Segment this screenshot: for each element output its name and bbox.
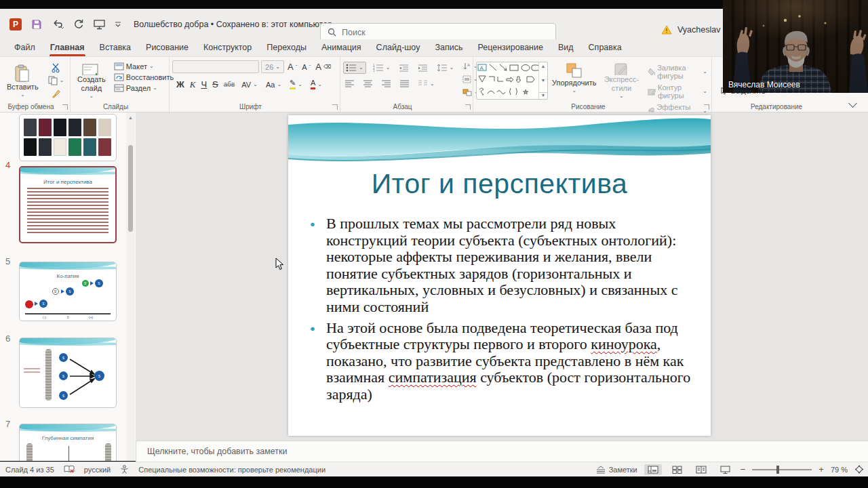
thumbnail-slide-5[interactable]: Ко-патия S' S S' S S (-) 0 (+) [19, 262, 117, 321]
notes-toggle-button[interactable]: Заметки [596, 466, 637, 474]
format-painter-icon[interactable] [47, 89, 66, 98]
zoom-slider[interactable] [752, 469, 812, 470]
normal-view-button[interactable] [644, 464, 662, 475]
copy-button[interactable]: ⌄ [47, 75, 66, 86]
decrease-indent-icon[interactable] [397, 62, 411, 73]
thumbnail-slide-6[interactable]: S S S S [19, 338, 117, 408]
clipboard-dialog-launcher-icon[interactable] [62, 104, 68, 110]
tab-transitions[interactable]: Переходы [259, 39, 314, 56]
tab-view[interactable]: Вид [551, 39, 581, 56]
numbering-button[interactable]: 123 ⌄ [371, 62, 393, 73]
spellcheck-icon[interactable] [64, 465, 75, 474]
zoom-out-button[interactable]: − [741, 464, 746, 474]
italic-button[interactable]: К [190, 79, 196, 90]
language-indicator[interactable]: русский [84, 466, 111, 474]
highlight-color-button[interactable]: ✎⌄ [288, 79, 304, 90]
quick-styles-button[interactable]: Экспресс-стили ⌄ [600, 60, 642, 101]
scale-ruler-right [105, 443, 111, 461]
accessibility-status[interactable]: Специальные возможности: проверьте реком… [138, 466, 326, 474]
save-icon[interactable] [31, 19, 42, 30]
thumbnail-number-6: 6 [5, 333, 10, 344]
slide-sorter-view-button[interactable] [669, 464, 686, 475]
align-right-icon[interactable] [380, 79, 393, 89]
zoom-in-button[interactable]: + [818, 464, 824, 474]
bold-button[interactable]: Ж [176, 79, 184, 89]
notes-placeholder[interactable]: Щелкните, чтобы добавить заметки [136, 447, 287, 456]
scroll-up-icon[interactable]: ▲ [128, 115, 133, 120]
accessibility-icon[interactable] [120, 465, 129, 474]
thumbnail-slide-7[interactable]: Глубинная симпатия [19, 424, 117, 461]
zoom-level[interactable]: 79 % [831, 466, 848, 474]
text-shadow-button[interactable]: абв [224, 81, 235, 88]
group-slides: Создать слайд ⌄ Макет⌄ Восстановить Разд… [71, 57, 170, 112]
tab-help[interactable]: Справка [581, 39, 629, 56]
section-button[interactable]: Раздел⌄ [113, 83, 175, 93]
tab-animations[interactable]: Анимация [314, 39, 369, 56]
shape-fill-button[interactable]: Заливка фигуры⌄ [646, 63, 709, 81]
tab-design[interactable]: Конструктор [196, 39, 259, 56]
font-dialog-launcher-icon[interactable] [332, 104, 338, 110]
reset-button[interactable]: Восстановить [113, 73, 175, 82]
tab-slideshow[interactable]: Слайд-шоу [369, 39, 428, 56]
tab-draw[interactable]: Рисование [138, 39, 196, 56]
quick-access-toolbar: P [0, 18, 121, 30]
slide-body-text[interactable]: В прошлых темах мы рассмотрели ряд новых… [310, 216, 691, 407]
scrollbar-thumb[interactable] [128, 145, 133, 232]
tab-insert[interactable]: Вставка [92, 39, 138, 56]
columns-icon[interactable]: ⌄ [416, 79, 437, 89]
undo-icon[interactable] [52, 19, 64, 29]
redo-icon[interactable] [73, 19, 84, 30]
underline-button[interactable]: Ч [201, 79, 207, 89]
change-case-button[interactable]: Aa⌄ [264, 80, 283, 89]
thumbnail-scrollbar[interactable]: ▲ [126, 113, 135, 461]
document-title[interactable]: Волшебство добра • Сохранено в: этот ком… [134, 20, 340, 29]
clipboard-group-label: Буфер обмена [0, 103, 62, 110]
reading-view-button[interactable] [692, 464, 710, 475]
line-spacing-icon[interactable]: ⌄ [435, 62, 456, 73]
font-size-combo[interactable]: 26⌄ [261, 60, 284, 73]
tab-file[interactable]: Файл [7, 39, 43, 56]
slideshow-from-start-icon[interactable] [94, 19, 105, 30]
justify-icon[interactable] [398, 79, 412, 89]
shape-outline-button[interactable]: Контур фигуры⌄ [646, 83, 709, 100]
blue-subject-node: S [39, 300, 47, 308]
thumbnail-slide-3[interactable] [19, 114, 117, 161]
search-box[interactable] [320, 23, 556, 41]
tab-record[interactable]: Запись [427, 39, 470, 56]
character-spacing-button[interactable]: AV⌄ [240, 80, 259, 89]
strikethrough-button[interactable]: S [212, 79, 218, 89]
align-left-icon[interactable] [343, 79, 357, 89]
tab-review[interactable]: Рецензирование [470, 39, 551, 56]
increase-font-icon[interactable]: Aˆ [286, 61, 298, 73]
layout-button[interactable]: Макет⌄ [113, 62, 175, 71]
thumbnail-slide-4[interactable]: Итог и перспектива [19, 166, 117, 243]
font-name-combo[interactable] [172, 60, 259, 73]
slide-thumbnail-panel: 4 Итог и перспектива 5 Ко-патия S' S S' … [0, 113, 136, 461]
tab-home[interactable]: Главная [43, 39, 92, 56]
align-center-icon[interactable] [361, 79, 375, 89]
increase-indent-icon[interactable] [416, 62, 430, 73]
customize-quick-access-icon[interactable] [115, 21, 121, 28]
new-slide-button[interactable]: Создать слайд ⌄ [73, 60, 110, 101]
slide-title[interactable]: Итог и перспектива [288, 168, 711, 200]
blue-subject-node: S [59, 391, 68, 400]
shapes-gallery[interactable]: А [476, 62, 548, 100]
zoom-slider-thumb[interactable] [776, 466, 779, 474]
decrease-font-icon[interactable]: Aˇ [300, 62, 312, 72]
shapes-gallery-scrollbar[interactable]: ▲ ▼ ▼ [538, 62, 547, 99]
paste-button[interactable]: Вставить ⌄ [3, 62, 43, 101]
bullets-button[interactable]: ⌄ [343, 62, 366, 74]
notes-pane[interactable]: Щелкните, чтобы добавить заметки [136, 441, 868, 462]
group-drawing: А [473, 57, 712, 112]
cut-icon[interactable] [47, 63, 66, 73]
arrange-button[interactable]: Упорядочить ⌄ [548, 60, 600, 101]
slideshow-view-button[interactable] [717, 464, 734, 475]
search-input[interactable] [342, 28, 532, 37]
powerpoint-icon[interactable]: P [9, 18, 22, 30]
paragraph-dialog-launcher-icon[interactable] [465, 104, 471, 110]
slide-canvas[interactable]: Итог и перспектива В прошлых темах мы ра… [288, 115, 711, 436]
slide-counter[interactable]: Слайд 4 из 35 [5, 466, 54, 474]
font-color-button[interactable]: А⌄ [309, 79, 323, 90]
fit-slide-to-window-icon[interactable] [854, 465, 864, 474]
clear-formatting-icon[interactable]: A⌫ [314, 61, 332, 73]
